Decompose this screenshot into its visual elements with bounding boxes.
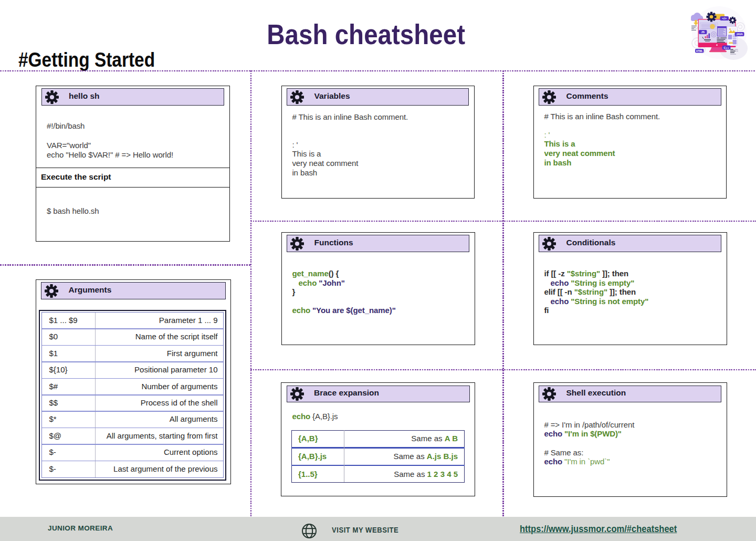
svg-text:HTML: HTML [696, 50, 703, 53]
svg-text:JAVA: JAVA [736, 33, 743, 36]
svg-text:</>: </> [722, 17, 727, 20]
svg-text:C++: C++ [723, 46, 729, 49]
svg-text:JS: JS [701, 30, 705, 34]
